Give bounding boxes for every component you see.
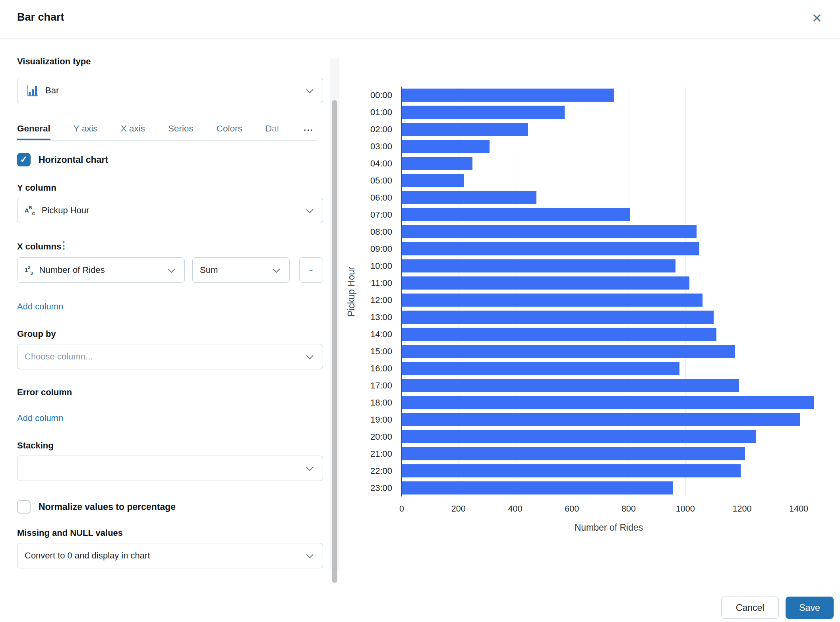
aggregation-select[interactable]: Sum [192, 257, 290, 283]
y-tick-label: 07:00 [347, 206, 397, 223]
bar-23:00 [402, 481, 673, 495]
y-tick-label: 22:00 [347, 462, 397, 479]
x-columns-label: X columns [17, 241, 61, 252]
bar-row [402, 121, 816, 138]
bar-row [402, 326, 816, 343]
normalize-label: Normalize values to percentage [39, 502, 176, 512]
x-column-value: Number of Rides [39, 265, 105, 275]
bar-row [402, 428, 816, 445]
chevron-down-icon [306, 551, 313, 558]
x-tick-label: 800 [621, 504, 636, 514]
y-tick-label: 13:00 [347, 309, 397, 326]
bar-row [402, 309, 816, 326]
bar-00:00 [402, 89, 614, 102]
bar-row [402, 138, 816, 155]
bar-row [402, 206, 816, 223]
y-tick-label: 04:00 [347, 155, 397, 172]
bar-22:00 [402, 464, 741, 477]
check-icon: ✓ [20, 155, 27, 164]
normalize-row: ✓ Normalize values to percentage [17, 500, 176, 514]
horizontal-chart-row: ✓ Horizontal chart [17, 153, 108, 166]
tab-y-axis[interactable]: Y axis [74, 121, 98, 140]
bar-chart-dialog: Bar chart ✕ Visualization type Bar Gener… [0, 0, 840, 622]
y-tick-label: 18:00 [347, 394, 397, 411]
bar-row [402, 87, 816, 104]
x-tick-label: 400 [508, 504, 523, 514]
y-tick-label: 08:00 [347, 223, 397, 240]
bar-08:00 [402, 225, 697, 238]
bar-row [402, 223, 816, 240]
bar-row [402, 189, 816, 206]
bar-15:00 [402, 345, 735, 358]
bar-row [402, 377, 816, 394]
y-column-label: Y column [17, 183, 56, 193]
x-ticks: 0200400600800100012001400 [402, 504, 816, 516]
bar-row [402, 411, 816, 428]
bar-14:00 [402, 328, 716, 341]
bar-row [402, 240, 816, 257]
add-error-column-link[interactable]: Add column [17, 413, 63, 423]
add-x-column-link[interactable]: Add column [17, 301, 63, 312]
visualization-type-value: Bar [45, 85, 59, 96]
remove-column-button[interactable]: - [299, 257, 323, 283]
stacking-select[interactable] [17, 456, 323, 481]
horizontal-chart-checkbox[interactable]: ✓ [17, 153, 31, 166]
group-by-placeholder: Choose column... [25, 352, 93, 362]
x-axis-title: Number of Rides [402, 522, 816, 533]
y-tick-label: 20:00 [347, 428, 397, 445]
visualization-type-select[interactable]: Bar [17, 78, 323, 103]
y-tick-label: 00:00 [347, 87, 397, 104]
bar-06:00 [402, 191, 536, 204]
close-icon[interactable]: ✕ [808, 10, 826, 27]
x-tick-label: 0 [399, 504, 404, 514]
bar-21:00 [402, 447, 745, 460]
tab-series[interactable]: Series [168, 121, 194, 140]
chevron-down-icon [273, 265, 280, 272]
y-tick-label: 19:00 [347, 411, 397, 428]
missing-null-select[interactable]: Convert to 0 and display in chart [17, 543, 323, 568]
bar-row [402, 155, 816, 172]
x-tick-label: 1000 [676, 504, 695, 514]
normalize-checkbox[interactable]: ✓ [17, 500, 31, 514]
chevron-down-icon [306, 206, 313, 213]
dialog-footer: Cancel Save [0, 587, 840, 622]
chevron-down-icon [306, 86, 313, 93]
bar-row [402, 445, 816, 462]
panel-scrollbar-thumb[interactable] [332, 100, 337, 583]
stacking-label: Stacking [17, 440, 54, 451]
x-column-select[interactable]: 123 Number of Rides [17, 257, 185, 283]
group-by-select[interactable]: Choose column... [17, 344, 323, 369]
chart-preview: Pickup Hour 00:0001:0002:0003:0004:0005:… [339, 39, 840, 587]
group-by-label: Group by [17, 329, 56, 339]
bar-20:00 [402, 430, 756, 443]
y-tick-label: 15:00 [347, 343, 397, 360]
y-tick-label: 17:00 [347, 377, 397, 394]
bar-row [402, 343, 816, 360]
bar-row [402, 172, 816, 189]
chevron-down-icon [306, 352, 313, 359]
x-tick-label: 1400 [789, 504, 808, 514]
y-column-select[interactable]: ABC Pickup Hour [17, 198, 323, 223]
bar-10:00 [402, 259, 675, 272]
bar-row [402, 274, 816, 292]
bar-19:00 [402, 413, 800, 426]
y-tick-label: 05:00 [347, 172, 397, 189]
bar-07:00 [402, 208, 630, 221]
y-tick-label: 01:00 [347, 104, 397, 121]
panel-scrollbar-track[interactable] [330, 58, 339, 569]
x-columns-menu-icon[interactable]: ⋮ [59, 240, 69, 250]
tab-x-axis[interactable]: X axis [121, 121, 145, 140]
y-tick-label: 02:00 [347, 121, 397, 138]
config-panel: Visualization type Bar GeneralY axisX ax… [0, 39, 329, 587]
bar-01:00 [402, 106, 565, 119]
tabs-overflow-button[interactable]: ⋯ [300, 122, 318, 138]
tab-general[interactable]: General [17, 121, 50, 140]
horizontal-chart-label: Horizontal chart [39, 155, 108, 165]
error-column-label: Error column [17, 387, 72, 398]
bar-16:00 [402, 362, 679, 375]
cancel-button[interactable]: Cancel [721, 597, 779, 619]
tab-colors[interactable]: Colors [217, 121, 242, 140]
save-button[interactable]: Save [786, 597, 834, 619]
tab-dat[interactable]: Dat [265, 121, 279, 140]
bar-row [402, 479, 816, 496]
